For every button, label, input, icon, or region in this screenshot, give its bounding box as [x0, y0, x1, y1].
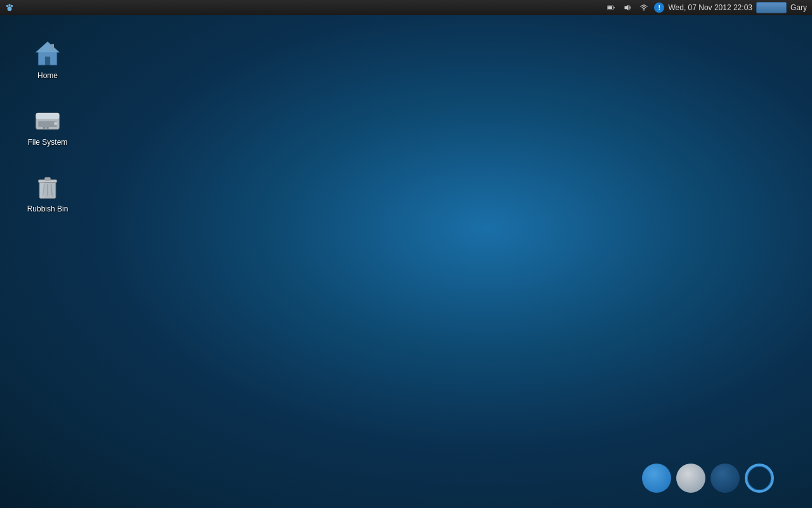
svg-marker-11 — [36, 42, 60, 53]
dock-circle-4[interactable] — [745, 464, 774, 493]
panel-left — [3, 1, 16, 15]
svg-rect-5 — [608, 6, 613, 9]
home-icon — [32, 38, 63, 69]
svg-rect-14 — [36, 113, 60, 119]
svg-rect-6 — [614, 7, 615, 9]
svg-rect-18 — [46, 127, 49, 129]
svg-marker-7 — [625, 5, 629, 11]
volume-icon[interactable] — [621, 1, 634, 14]
panel-right: ! Wed, 07 Nov 2012 22:03 Gary — [605, 0, 809, 15]
svg-rect-12 — [51, 44, 55, 50]
dock-circle-1[interactable] — [642, 464, 671, 493]
top-panel: ! Wed, 07 Nov 2012 22:03 Gary — [0, 0, 812, 15]
trash-icon — [32, 171, 63, 202]
svg-rect-17 — [43, 127, 46, 129]
svg-rect-10 — [45, 57, 49, 65]
username-display: Gary — [790, 3, 807, 12]
svg-point-3 — [11, 5, 13, 8]
whisker-menu-button[interactable] — [3, 1, 16, 15]
dock-circle-2[interactable] — [676, 464, 705, 493]
svg-point-16 — [54, 122, 58, 126]
dock-circle-3[interactable] — [710, 464, 740, 493]
wifi-icon[interactable] — [638, 1, 650, 14]
taskbar-window-button[interactable] — [756, 2, 787, 13]
svg-point-8 — [644, 10, 645, 11]
svg-rect-21 — [44, 177, 50, 180]
home-icon-label: Home — [37, 71, 58, 81]
battery-icon[interactable] — [605, 1, 617, 14]
desktop: Home File System — [0, 15, 812, 508]
desktop-icon-home[interactable]: Home — [19, 34, 76, 85]
desktop-icon-filesystem[interactable]: File System — [19, 101, 76, 152]
notification-icon[interactable]: ! — [654, 3, 664, 13]
datetime-display: Wed, 07 Nov 2012 22:03 — [668, 3, 752, 12]
desktop-icon-rubbish-bin[interactable]: Rubbish Bin — [19, 168, 76, 218]
svg-point-0 — [8, 6, 12, 11]
rubbish-bin-icon-label: Rubbish Bin — [27, 204, 69, 215]
svg-point-2 — [8, 4, 11, 6]
bottom-dock — [642, 464, 774, 493]
svg-rect-25 — [39, 182, 44, 199]
svg-point-1 — [6, 5, 9, 8]
filesystem-icon — [32, 105, 63, 135]
filesystem-icon-label: File System — [28, 138, 68, 148]
